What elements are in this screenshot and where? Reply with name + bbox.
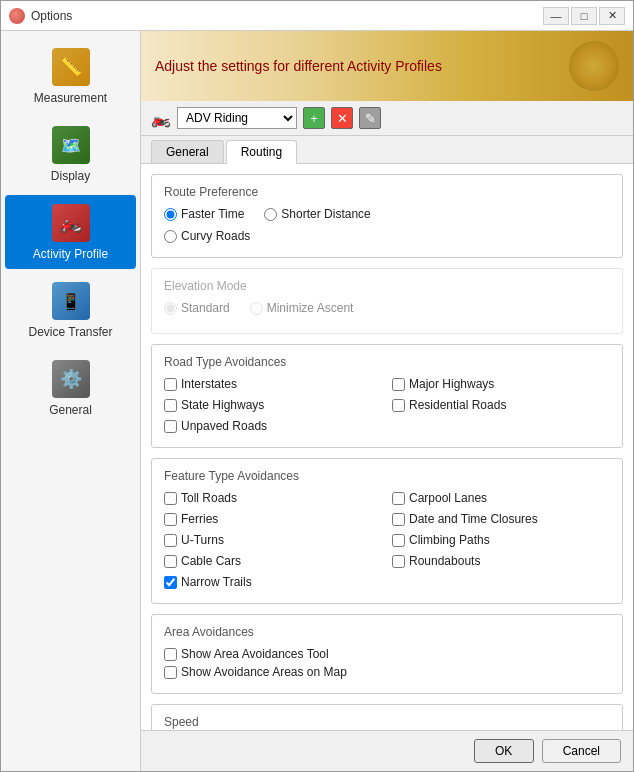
- interstates-label: Interstates: [181, 377, 237, 391]
- unpaved-roads-checkbox[interactable]: [164, 420, 177, 433]
- ok-button[interactable]: OK: [474, 739, 534, 763]
- narrow-trails-label: Narrow Trails: [181, 575, 252, 589]
- feature-type-grid: Toll Roads Carpool Lanes Ferries Da: [164, 491, 610, 593]
- sidebar: 📏 Measurement 🗺️ Display 🏍️ Activity Pro…: [1, 31, 141, 771]
- activity-profile-icon: 🏍️: [51, 203, 91, 243]
- maximize-button[interactable]: □: [571, 7, 597, 25]
- show-area-tool-label: Show Area Avoidances Tool: [181, 647, 329, 661]
- area-avoidances-label: Area Avoidances: [164, 625, 610, 639]
- cable-cars-checkbox[interactable]: [164, 555, 177, 568]
- sidebar-item-general[interactable]: ⚙️ General: [5, 351, 136, 425]
- minimize-ascent-radio[interactable]: [250, 302, 263, 315]
- faster-time-radio[interactable]: [164, 208, 177, 221]
- cable-cars-label: Cable Cars: [181, 554, 241, 568]
- footer-bar: OK Cancel: [141, 730, 633, 771]
- sidebar-item-activity-profile[interactable]: 🏍️ Activity Profile: [5, 195, 136, 269]
- toll-roads-label: Toll Roads: [181, 491, 237, 505]
- elevation-mode-section: Elevation Mode Standard Minimize Ascent: [151, 268, 623, 334]
- add-profile-button[interactable]: +: [303, 107, 325, 129]
- show-area-tool-checkbox[interactable]: [164, 648, 177, 661]
- minimize-button[interactable]: —: [543, 7, 569, 25]
- standard-option: Standard: [164, 301, 230, 315]
- tab-bar: General Routing: [141, 136, 633, 164]
- date-time-closures-checkbox[interactable]: [392, 513, 405, 526]
- show-avoidance-areas-label: Show Avoidance Areas on Map: [181, 665, 347, 679]
- climbing-paths-option: Climbing Paths: [392, 533, 610, 547]
- profile-icon: 🏍️: [151, 109, 171, 128]
- tab-routing[interactable]: Routing: [226, 140, 297, 164]
- edit-profile-button[interactable]: ✎: [359, 107, 381, 129]
- speed-label: Speed: [164, 715, 610, 729]
- feature-type-avoidances-label: Feature Type Avoidances: [164, 469, 610, 483]
- sidebar-label-general: General: [49, 403, 92, 417]
- title-bar: Options — □ ✕: [1, 1, 633, 31]
- shorter-distance-radio[interactable]: [264, 208, 277, 221]
- date-time-closures-option: Date and Time Closures: [392, 512, 610, 526]
- roundabouts-option: Roundabouts: [392, 554, 610, 568]
- minimize-ascent-option: Minimize Ascent: [250, 301, 354, 315]
- routing-tab-content: Route Preference Faster Time Shorter Dis…: [141, 164, 633, 730]
- curvy-roads-label: Curvy Roads: [181, 229, 250, 243]
- measurement-icon: 📏: [51, 47, 91, 87]
- curvy-roads-radio[interactable]: [164, 230, 177, 243]
- u-turns-option: U-Turns: [164, 533, 382, 547]
- state-highways-checkbox[interactable]: [164, 399, 177, 412]
- curvy-roads-option: Curvy Roads: [164, 229, 610, 243]
- cancel-button[interactable]: Cancel: [542, 739, 621, 763]
- roundabouts-label: Roundabouts: [409, 554, 480, 568]
- carpool-lanes-label: Carpool Lanes: [409, 491, 487, 505]
- narrow-trails-option: Narrow Trails: [164, 575, 382, 589]
- general-icon: ⚙️: [51, 359, 91, 399]
- standard-label: Standard: [181, 301, 230, 315]
- options-window: Options — □ ✕ 📏 Measurement 🗺️ Display: [0, 0, 634, 772]
- narrow-trails-checkbox[interactable]: [164, 576, 177, 589]
- sidebar-label-device-transfer: Device Transfer: [28, 325, 112, 339]
- road-type-avoidances-label: Road Type Avoidances: [164, 355, 610, 369]
- toll-roads-option: Toll Roads: [164, 491, 382, 505]
- speed-section: Speed Adjust your average speeds Customi…: [151, 704, 623, 730]
- interstates-option: Interstates: [164, 377, 382, 391]
- major-highways-label: Major Highways: [409, 377, 494, 391]
- show-area-tool-option: Show Area Avoidances Tool: [164, 647, 610, 661]
- close-button[interactable]: ✕: [599, 7, 625, 25]
- show-avoidance-areas-checkbox[interactable]: [164, 666, 177, 679]
- residential-roads-label: Residential Roads: [409, 398, 506, 412]
- climbing-paths-checkbox[interactable]: [392, 534, 405, 547]
- toll-roads-checkbox[interactable]: [164, 492, 177, 505]
- sidebar-label-measurement: Measurement: [34, 91, 107, 105]
- app-icon: [9, 8, 25, 24]
- area-avoidances-section: Area Avoidances Show Area Avoidances Too…: [151, 614, 623, 694]
- ferries-checkbox[interactable]: [164, 513, 177, 526]
- main-content: 📏 Measurement 🗺️ Display 🏍️ Activity Pro…: [1, 31, 633, 771]
- sidebar-item-device-transfer[interactable]: 📱 Device Transfer: [5, 273, 136, 347]
- interstates-checkbox[interactable]: [164, 378, 177, 391]
- standard-radio[interactable]: [164, 302, 177, 315]
- residential-roads-checkbox[interactable]: [392, 399, 405, 412]
- minimize-ascent-label: Minimize Ascent: [267, 301, 354, 315]
- faster-time-label: Faster Time: [181, 207, 244, 221]
- date-time-closures-label: Date and Time Closures: [409, 512, 538, 526]
- remove-profile-button[interactable]: ✕: [331, 107, 353, 129]
- carpool-lanes-checkbox[interactable]: [392, 492, 405, 505]
- panel-header-text: Adjust the settings for different Activi…: [155, 58, 442, 74]
- major-highways-checkbox[interactable]: [392, 378, 405, 391]
- route-preference-section: Route Preference Faster Time Shorter Dis…: [151, 174, 623, 258]
- shorter-distance-label: Shorter Distance: [281, 207, 370, 221]
- elevation-mode-label: Elevation Mode: [164, 279, 610, 293]
- device-transfer-icon: 📱: [51, 281, 91, 321]
- road-type-avoidances-section: Road Type Avoidances Interstates Major H…: [151, 344, 623, 448]
- climbing-paths-label: Climbing Paths: [409, 533, 490, 547]
- cable-cars-option: Cable Cars: [164, 554, 382, 568]
- tab-general[interactable]: General: [151, 140, 224, 163]
- sidebar-item-display[interactable]: 🗺️ Display: [5, 117, 136, 191]
- sidebar-item-measurement[interactable]: 📏 Measurement: [5, 39, 136, 113]
- state-highways-option: State Highways: [164, 398, 382, 412]
- profile-select[interactable]: ADV Riding: [177, 107, 297, 129]
- route-preference-label: Route Preference: [164, 185, 610, 199]
- carpool-lanes-option: Carpool Lanes: [392, 491, 610, 505]
- roundabouts-checkbox[interactable]: [392, 555, 405, 568]
- u-turns-checkbox[interactable]: [164, 534, 177, 547]
- faster-time-option: Faster Time: [164, 207, 244, 221]
- shorter-distance-option: Shorter Distance: [264, 207, 370, 221]
- ferries-option: Ferries: [164, 512, 382, 526]
